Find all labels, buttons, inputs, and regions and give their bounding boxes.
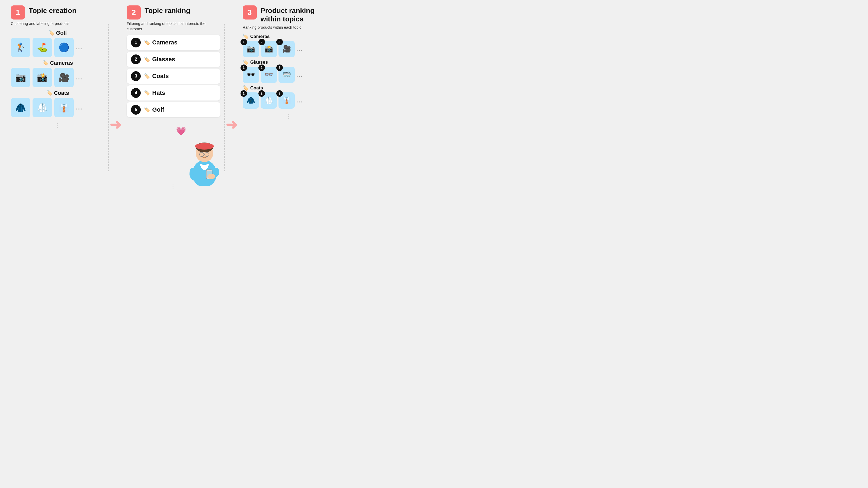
golf-product-3: 🔵 (54, 38, 74, 57)
coats-ranked-2: 2 🥼 (260, 92, 277, 109)
golf-more-dots: ... (76, 44, 83, 51)
ranked-item-4: 4 🏷️ Hats (127, 85, 220, 100)
col3-cameras-dots: ... (297, 45, 303, 53)
camera-rank-badge-2: 2 (258, 39, 265, 45)
ranked-label-4: 🏷️ Hats (144, 90, 165, 96)
rank-circle-1: 1 (131, 38, 141, 47)
coats-ranked-3: 3 👔 (278, 92, 295, 109)
col3-subtitle: Ranking products within each topic (243, 25, 336, 30)
ranked-item-3: 3 🏷️ Coats (127, 69, 220, 84)
step-badge-2: 2 (127, 5, 141, 20)
rank-circle-4: 4 (131, 88, 141, 98)
camera-product-1: 📷 (11, 68, 30, 87)
golf-products: 🏌️ ⛳ 🔵 ... (11, 38, 104, 57)
golf-product-1: 🏌️ (11, 38, 30, 57)
col2-subtitle: Filtering and ranking of topics that int… (127, 21, 220, 32)
col3-coats-header: 🏷️ Coats (243, 85, 336, 91)
col3-glasses-dots: ... (297, 71, 303, 78)
col3-glasses-products: 1 🕶️ 2 👓 3 🥽 ... (243, 67, 336, 83)
coat-product-2: 🥼 (33, 98, 52, 117)
coats-rank-badge-1: 1 (241, 90, 247, 97)
golf-product-2: ⛳ (33, 38, 52, 57)
col3-coats-products: 1 🧥 2 🥼 3 👔 ... (243, 92, 336, 109)
glasses-rank-tag: 🏷️ (144, 56, 150, 62)
ranked-label-1: 🏷️ Cameras (144, 39, 177, 46)
ranked-label-3: 🏷️ Coats (144, 73, 169, 80)
column-1: 1 Topic creation Clustering and labeling… (6, 5, 109, 190)
camera-product-2: 📸 (33, 68, 52, 87)
col3-cameras-products: 1 📷 2 📸 3 🎥 ... (243, 41, 336, 57)
cameras-label-1: 🏷️ Cameras (11, 60, 104, 66)
golf-tag-icon: 🏷️ (49, 30, 55, 36)
ranked-label-2: 🏷️ Glasses (144, 56, 175, 63)
coats-rank-badge-3: 3 (276, 90, 283, 97)
golf-rank-tag: 🏷️ (144, 107, 150, 113)
col3-title: Product ranking within topics (260, 5, 315, 23)
cameras-more-dots: ... (76, 74, 83, 81)
col3-glasses-section: 🏷️ Glasses 1 🕶️ 2 👓 3 🥽 ... (243, 59, 336, 83)
column-2: 2 Topic ranking Filtering and ranking of… (122, 5, 224, 190)
arrow-1: ➜ (109, 60, 122, 190)
glasses-ranked-3: 3 🥽 (278, 67, 295, 83)
svg-point-3 (195, 143, 214, 150)
page: 1 Topic creation Clustering and labeling… (0, 0, 347, 195)
rank-circle-3: 3 (131, 71, 141, 81)
col3-glasses-header: 🏷️ Glasses (243, 59, 336, 65)
col1-subtitle: Clustering and labeling of products (11, 21, 104, 27)
step-badge-1: 1 (11, 5, 25, 20)
rank-circle-2: 2 (131, 55, 141, 64)
topic-cameras-1: 🏷️ Cameras 📷 📸 🎥 ... (11, 60, 104, 87)
glasses-ranked-1: 1 🕶️ (243, 67, 259, 83)
col1-bottom-dots: ⋮ (11, 122, 104, 129)
hats-rank-tag: 🏷️ (144, 90, 150, 96)
arrow-1-symbol: ➜ (110, 117, 122, 133)
person-svg (187, 134, 222, 186)
col3-bottom-dots: ⋮ (243, 113, 336, 120)
svg-point-4 (206, 143, 209, 145)
coats-tag-icon-1: 🏷️ (46, 90, 52, 96)
svg-point-10 (208, 174, 215, 179)
golf-label: 🏷️ Golf (11, 30, 104, 36)
coats-ranked-1: 1 🧥 (243, 92, 259, 109)
glasses-rank-badge-1: 1 (241, 64, 247, 71)
ranked-item-1: 1 🏷️ Cameras (127, 35, 220, 50)
coats-rank-badge-2: 2 (258, 90, 265, 97)
cameras-rank-tag: 🏷️ (144, 39, 150, 45)
col1-title: Topic creation (29, 5, 76, 15)
col3-coats-dots: ... (297, 97, 303, 104)
camera-rank-badge-1: 1 (241, 39, 247, 45)
glasses-rank-badge-2: 2 (258, 64, 265, 71)
ranked-item-2: 2 🏷️ Glasses (127, 52, 220, 67)
coats-more-dots: ... (76, 104, 83, 111)
arrow-2: ➜ (225, 60, 238, 190)
camera-ranked-3: 3 🎥 (278, 41, 295, 57)
coat-product-3: 👔 (54, 98, 74, 117)
rank-circle-5: 5 (131, 105, 141, 115)
topic-golf: 🏷️ Golf 🏌️ ⛳ 🔵 ... (11, 30, 104, 57)
heart-bubble: 💗 (176, 126, 186, 136)
step-badge-3: 3 (243, 5, 257, 20)
coats-rank-tag: 🏷️ (144, 73, 150, 79)
camera-ranked-2: 2 📸 (260, 41, 277, 57)
col2-header: 2 Topic ranking (127, 5, 220, 20)
coats-products-1: 🧥 🥼 👔 ... (11, 98, 104, 117)
topic-coats-1: 🏷️ Coats 🧥 🥼 👔 ... (11, 90, 104, 117)
col3-cameras-section: 🏷️ Cameras 1 📷 2 📸 3 🎥 ... (243, 34, 336, 57)
cameras-products-1: 📷 📸 🎥 ... (11, 68, 104, 87)
camera-ranked-1: 1 📷 (243, 41, 259, 57)
arrow-2-symbol: ➜ (226, 117, 238, 133)
glasses-ranked-2: 2 👓 (260, 67, 277, 83)
ranked-label-5: 🏷️ Golf (144, 106, 164, 113)
col3-cameras-header: 🏷️ Cameras (243, 34, 336, 39)
glasses-rank-badge-3: 3 (276, 64, 283, 71)
camera-rank-badge-3: 3 (276, 39, 283, 45)
cameras-tag-icon-1: 🏷️ (42, 60, 48, 66)
coat-product-1: 🧥 (11, 98, 30, 117)
coats-label-1: 🏷️ Coats (11, 90, 104, 96)
column-3: 3 Product ranking within topics Ranking … (238, 5, 341, 190)
person-illustration: 💗 (187, 134, 222, 187)
ranked-item-5: 5 🏷️ Golf (127, 102, 220, 117)
col3-header: 3 Product ranking within topics (243, 5, 336, 23)
camera-product-3: 🎥 (54, 68, 74, 87)
svg-point-0 (192, 160, 217, 186)
